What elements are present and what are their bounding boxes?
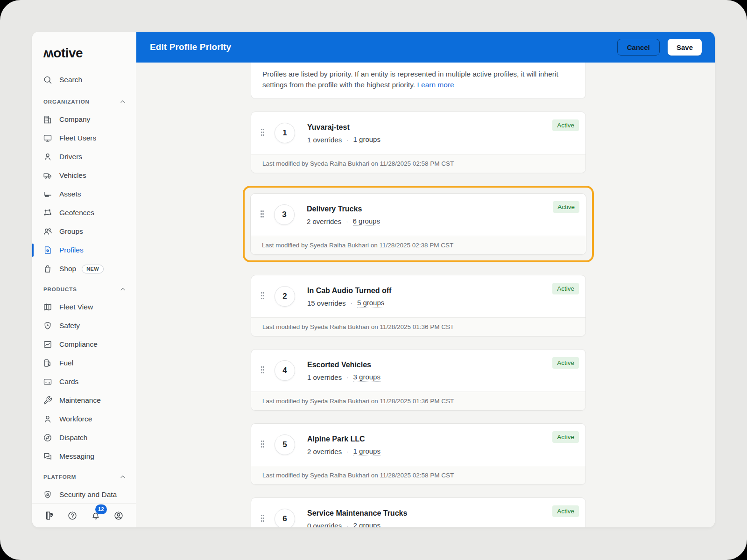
section-header-platform[interactable]: PLATFORM: [32, 469, 136, 485]
profile-card-main: 2 In Cab Audio Turned off 15 overrides ·…: [251, 275, 585, 317]
last-modified-text: Last modified by Syeda Raiha Bukhari on …: [251, 317, 585, 336]
help-icon[interactable]: [66, 510, 78, 522]
notification-count-badge: 12: [95, 504, 107, 514]
cancel-button[interactable]: Cancel: [617, 39, 660, 56]
sidebar-item-drivers[interactable]: Drivers: [32, 147, 136, 166]
sidebar-item-messaging[interactable]: Messaging: [32, 447, 136, 466]
profile-card-info: Delivery Trucks 2 overrides · 6 groups: [307, 204, 578, 226]
profile-card[interactable]: 6 Service Maintenance Trucks 0 overrides…: [251, 497, 586, 527]
profile-card[interactable]: 2 In Cab Audio Turned off 15 overrides ·…: [251, 275, 586, 336]
drag-handle-icon[interactable]: [261, 210, 264, 219]
workforce-icon: [43, 414, 52, 424]
priority-number: 1: [275, 123, 295, 143]
drag-highlight-ring: 3 Delivery Trucks 2 overrides · 6 groups…: [243, 186, 594, 262]
app-window: ʍotive SearchORGANIZATIONCompanyFleet Us…: [32, 32, 715, 527]
compliance-icon: [43, 340, 52, 349]
notifications-icon[interactable]: 12: [90, 510, 102, 522]
last-modified-text: Last modified by Syeda Raiha Bukhari on …: [251, 392, 585, 410]
sidebar-search[interactable]: Search: [32, 69, 136, 91]
groups-count[interactable]: 3 groups: [353, 373, 381, 382]
last-modified-text: Last modified by Syeda Raiha Bukhari on …: [251, 466, 585, 484]
profile-card[interactable]: 5 Alpine Park LLC 2 overrides · 1 groups…: [251, 423, 586, 485]
profile-name: Delivery Trucks: [307, 205, 578, 213]
status-badge: Active: [553, 201, 579, 213]
drag-handle-icon[interactable]: [261, 366, 265, 375]
sidebar-item-dispatch[interactable]: Dispatch: [32, 428, 136, 447]
profile-card-info: Service Maintenance Trucks 0 overrides ·…: [307, 508, 578, 528]
save-button[interactable]: Save: [668, 39, 702, 56]
sidebar-item-company[interactable]: Company: [32, 110, 136, 129]
sidebar: ʍotive SearchORGANIZATIONCompanyFleet Us…: [32, 32, 136, 527]
content-area[interactable]: Profiles are listed by priority. If an e…: [136, 63, 715, 527]
priority-number: 2: [275, 286, 295, 307]
sidebar-item-security-and-data[interactable]: Security and Data: [32, 485, 136, 503]
sidebar-item-fleet-users[interactable]: Fleet Users: [32, 129, 136, 147]
profile-card-main: 5 Alpine Park LLC 2 overrides · 1 groups…: [251, 424, 585, 466]
groups-count[interactable]: 1 groups: [353, 447, 381, 456]
sidebar-item-assets[interactable]: Assets: [32, 185, 136, 203]
security-icon: [43, 490, 52, 499]
learn-more-link[interactable]: Learn more: [417, 81, 454, 89]
logbook-icon[interactable]: [43, 510, 56, 522]
priority-info-text: Profiles are listed by priority. If an e…: [262, 70, 558, 89]
overrides-count: 2 overrides: [307, 217, 341, 225]
sidebar-item-compliance[interactable]: Compliance: [32, 335, 136, 354]
dispatch-icon: [43, 433, 52, 442]
sidebar-item-label: Profiles: [59, 246, 84, 254]
sidebar-item-profiles[interactable]: Profiles: [32, 241, 136, 259]
sidebar-item-label: Cards: [59, 378, 78, 386]
cards-icon: [43, 377, 52, 386]
profile-card-main: 6 Service Maintenance Trucks 0 overrides…: [251, 498, 585, 527]
section-header-organization[interactable]: ORGANIZATION: [32, 93, 136, 110]
sidebar-item-label: Geofences: [59, 209, 94, 217]
sidebar-item-fleet-view[interactable]: Fleet View: [32, 298, 136, 316]
sidebar-item-label: Maintenance: [59, 396, 101, 405]
sidebar-item-label: Security and Data: [59, 490, 117, 499]
section-header-products[interactable]: PRODUCTS: [32, 281, 136, 298]
meta-separator: ·: [346, 218, 348, 225]
safety-icon: [43, 321, 52, 330]
overrides-count: 1 overrides: [307, 136, 342, 144]
profile-card-main: 1 Yuvaraj-test 1 overrides · 1 groups Ac…: [251, 112, 585, 154]
sidebar-item-maintenance[interactable]: Maintenance: [32, 391, 136, 410]
profile-meta: 2 overrides · 6 groups: [307, 217, 578, 226]
status-badge: Active: [552, 505, 579, 517]
priority-number: 3: [274, 204, 295, 225]
profile-card[interactable]: 1 Yuvaraj-test 1 overrides · 1 groups Ac…: [251, 112, 586, 173]
priority-info-banner: Profiles are listed by priority. If an e…: [251, 63, 586, 99]
profile-card[interactable]: 4 Escorted Vehicles 1 overrides · 3 grou…: [251, 349, 586, 411]
sidebar-item-cards[interactable]: Cards: [32, 372, 136, 391]
drag-handle-icon[interactable]: [261, 292, 265, 301]
drag-handle-icon[interactable]: [261, 441, 265, 449]
profile-name: Yuvaraj-test: [307, 123, 578, 132]
sidebar-item-shop[interactable]: ShopNEW: [32, 259, 136, 278]
groups-count[interactable]: 1 groups: [353, 135, 381, 144]
fuel-icon: [43, 358, 52, 368]
profile-card[interactable]: 3 Delivery Trucks 2 overrides · 6 groups…: [250, 193, 586, 255]
sidebar-item-fuel[interactable]: Fuel: [32, 354, 136, 372]
groups-count[interactable]: 5 groups: [357, 299, 384, 308]
sidebar-item-vehicles[interactable]: Vehicles: [32, 166, 136, 185]
profile-card-info: Escorted Vehicles 1 overrides · 3 groups: [307, 360, 578, 382]
profile-meta: 1 overrides · 3 groups: [307, 373, 578, 382]
profile-card-main: 4 Escorted Vehicles 1 overrides · 3 grou…: [251, 350, 585, 392]
sidebar-item-label: Drivers: [59, 153, 82, 161]
last-modified-text: Last modified by Syeda Raiha Bukhari on …: [251, 154, 585, 173]
sidebar-item-label: Fuel: [59, 359, 73, 367]
desktop-background: ʍotive SearchORGANIZATIONCompanyFleet Us…: [0, 0, 747, 560]
sidebar-item-groups[interactable]: Groups: [32, 222, 136, 241]
drag-handle-icon[interactable]: [261, 515, 265, 523]
groups-count[interactable]: 2 groups: [353, 521, 381, 528]
chevron-up-icon: [119, 98, 127, 105]
sidebar-item-geofences[interactable]: Geofences: [32, 203, 136, 222]
overrides-count: 2 overrides: [307, 448, 342, 455]
drag-handle-icon[interactable]: [261, 129, 265, 137]
status-badge: Active: [552, 431, 579, 443]
last-modified-text: Last modified by Syeda Raiha Bukhari on …: [251, 236, 586, 254]
priority-number: 6: [275, 509, 295, 527]
profile-card-main: 3 Delivery Trucks 2 overrides · 6 groups…: [251, 194, 586, 236]
sidebar-item-workforce[interactable]: Workforce: [32, 410, 136, 428]
sidebar-item-safety[interactable]: Safety: [32, 316, 136, 335]
account-icon[interactable]: [113, 510, 125, 522]
groups-count[interactable]: 6 groups: [353, 217, 380, 226]
